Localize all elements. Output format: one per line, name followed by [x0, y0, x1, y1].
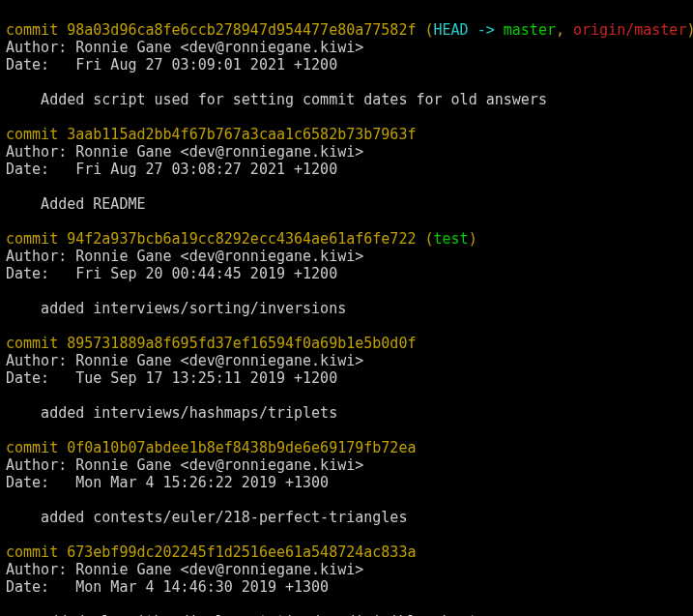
branch-master: master: [504, 21, 556, 39]
commit-message: Added README: [6, 195, 146, 213]
date-line: Date: Mon Mar 4 15:26:22 2019 +1300: [6, 474, 329, 491]
refs-close: ): [686, 21, 693, 39]
commit-prefix: commit: [6, 335, 67, 352]
commit-hash: 673ebf99dc202245f1d2516ee61a548724ac833a: [67, 543, 416, 561]
date-line: Date: Fri Aug 27 03:08:27 2021 +1200: [6, 161, 337, 178]
refs-open: (: [416, 230, 433, 248]
commit-block: commit 673ebf99dc202245f1d2516ee61a54872…: [6, 543, 687, 616]
commit-message: added interviews/sorting/inversions: [6, 300, 346, 317]
commit-prefix: commit: [6, 126, 67, 143]
refs-close: ): [469, 230, 477, 248]
refs-comma: ,: [556, 21, 573, 39]
commit-prefix: commit: [6, 543, 67, 561]
commit-message: added interviews/hashmaps/triplets: [6, 404, 337, 422]
branch-test: test: [434, 230, 469, 248]
commit-block: commit 94f2a937bcb6a19cc8292ecc4364ae61a…: [6, 230, 687, 317]
commit-hash: 895731889a8f695fd37ef16594f0a69b1e5b0d0f: [67, 335, 416, 352]
author-line: Author: Ronnie Gane <dev@ronniegane.kiwi…: [6, 39, 363, 56]
head-ref: HEAD ->: [434, 21, 504, 39]
commit-block: commit 895731889a8f695fd37ef16594f0a69b1…: [6, 335, 687, 422]
git-log-output: commit 98a03d96ca8fe6ccb278947d954477e80…: [0, 0, 693, 616]
commit-prefix: commit: [6, 230, 67, 248]
date-line: Date: Fri Sep 20 00:44:45 2019 +1200: [6, 265, 337, 282]
author-line: Author: Ronnie Gane <dev@ronniegane.kiwi…: [6, 143, 363, 161]
refs-open: (: [416, 21, 433, 39]
author-line: Author: Ronnie Gane <dev@ronniegane.kiwi…: [6, 561, 363, 578]
commit-prefix: commit: [6, 439, 67, 456]
commit-message: added contests/euler/218-perfect-triangl…: [6, 509, 407, 526]
commit-hash: 98a03d96ca8fe6ccb278947d954477e80a77582f: [67, 21, 416, 39]
commit-message: Added script used for setting commit dat…: [6, 91, 547, 108]
commit-block: commit 3aab115ad2bb4f67b767a3caa1c6582b7…: [6, 126, 687, 213]
commit-hash: 0f0a10b07abdee1b8ef8438b9de6e69179fb72ea: [67, 439, 416, 456]
date-line: Date: Fri Aug 27 03:09:01 2021 +1200: [6, 56, 337, 73]
commit-hash: 3aab115ad2bb4f67b767a3caa1c6582b73b7963f: [67, 126, 416, 143]
author-line: Author: Ronnie Gane <dev@ronniegane.kiwi…: [6, 352, 363, 369]
commit-prefix: commit: [6, 21, 67, 39]
date-line: Date: Mon Mar 4 14:46:30 2019 +1300: [6, 578, 329, 596]
author-line: Author: Ronnie Gane <dev@ronniegane.kiwi…: [6, 248, 363, 265]
remote-ref: origin/master: [573, 21, 686, 39]
commit-block: commit 0f0a10b07abdee1b8ef8438b9de6e6917…: [6, 439, 687, 526]
commit-hash: 94f2a937bcb6a19cc8292ecc4364ae61af6fe722: [67, 230, 416, 248]
date-line: Date: Tue Sep 17 13:25:11 2019 +1200: [6, 369, 337, 387]
commit-block: commit 98a03d96ca8fe6ccb278947d954477e80…: [6, 21, 687, 108]
author-line: Author: Ronnie Gane <dev@ronniegane.kiwi…: [6, 456, 363, 474]
